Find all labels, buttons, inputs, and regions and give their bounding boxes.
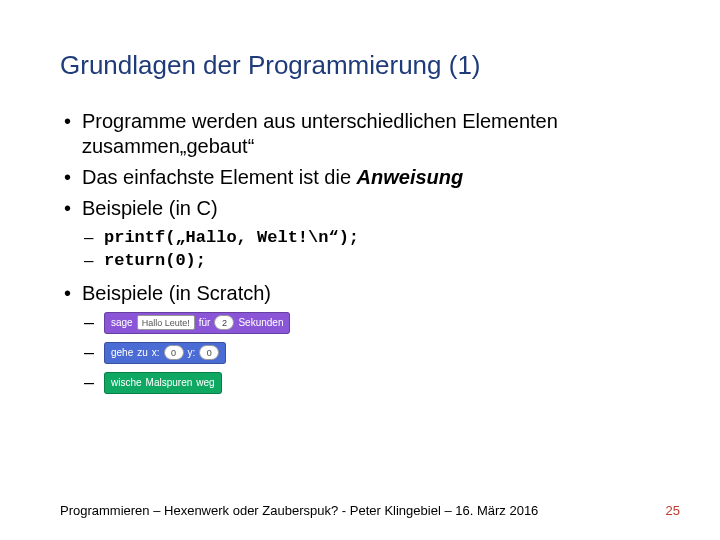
say-label: sage: [111, 317, 133, 328]
scratch-block-clear: wische Malspuren weg: [104, 372, 222, 394]
scratch-block-goto: gehe zu x: 0 y: 0: [104, 342, 226, 364]
bullet-list-2: Beispiele (in Scratch): [60, 281, 660, 306]
say-text-input: Hallo Leute!: [137, 315, 195, 330]
say-for-label: für: [199, 317, 211, 328]
page-number: 25: [666, 503, 680, 518]
goto-x-label: x:: [152, 347, 160, 358]
say-seconds-label: Sekunden: [238, 317, 283, 328]
goto-gehe: gehe: [111, 347, 133, 358]
goto-zu: zu: [137, 347, 148, 358]
bullet-1: Programme werden aus unterschiedlichen E…: [60, 109, 660, 159]
scratch-item-3: wische Malspuren weg: [60, 372, 660, 394]
scratch-item-2: gehe zu x: 0 y: 0: [60, 342, 660, 364]
goto-y-label: y:: [188, 347, 196, 358]
code-line-2: return(0);: [60, 250, 660, 273]
clear-wische: wische: [111, 377, 142, 388]
bullet-2: Das einfachste Element ist die Anweisung: [60, 165, 660, 190]
bullet-2-pre: Das einfachste Element ist die: [82, 166, 357, 188]
scratch-block-say: sage Hallo Leute! für 2 Sekunden: [104, 312, 290, 334]
bullet-3: Beispiele (in C): [60, 196, 660, 221]
bullet-2-emph: Anweisung: [357, 166, 464, 188]
code-list: printf(„Hallo, Welt!\n“); return(0);: [60, 227, 660, 273]
footer-text: Programmieren – Hexenwerk oder Zauberspu…: [60, 503, 538, 518]
bullet-list: Programme werden aus unterschiedlichen E…: [60, 109, 660, 221]
scratch-item-1: sage Hallo Leute! für 2 Sekunden: [60, 312, 660, 334]
say-duration-input: 2: [214, 315, 234, 330]
goto-x-input: 0: [164, 345, 184, 360]
bullet-4: Beispiele (in Scratch): [60, 281, 660, 306]
scratch-list: sage Hallo Leute! für 2 Sekunden gehe zu…: [60, 312, 660, 394]
clear-malspuren: Malspuren: [146, 377, 193, 388]
slide-title: Grundlagen der Programmierung (1): [60, 50, 660, 81]
goto-y-input: 0: [199, 345, 219, 360]
footer: Programmieren – Hexenwerk oder Zauberspu…: [60, 503, 680, 518]
code-line-1: printf(„Hallo, Welt!\n“);: [60, 227, 660, 250]
clear-weg: weg: [196, 377, 214, 388]
